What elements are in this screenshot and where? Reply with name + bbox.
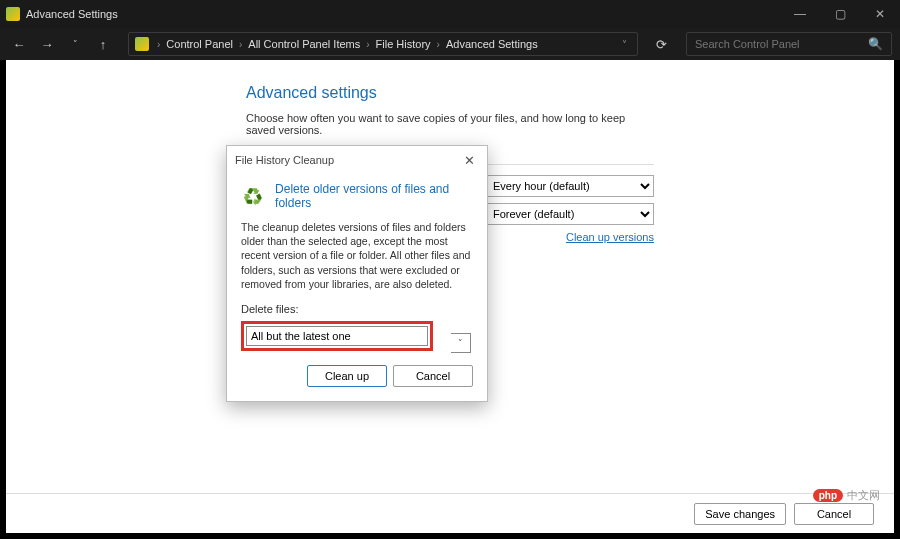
chevron-right-icon[interactable]: ›	[153, 39, 164, 50]
watermark-text: 中文网	[847, 488, 880, 503]
delete-files-dropdown-icon[interactable]: ˅	[451, 333, 471, 353]
forward-button[interactable]: →	[36, 33, 58, 55]
search-icon[interactable]: 🔍	[868, 37, 883, 51]
crumb-all-items[interactable]: All Control Panel Items	[246, 38, 362, 50]
dialog-body-text: The cleanup deletes versions of files an…	[241, 220, 473, 291]
dialog-cancel-button[interactable]: Cancel	[393, 365, 473, 387]
maximize-button[interactable]: ▢	[820, 0, 860, 28]
toolbar: ← → ˅ ↑ › Control Panel › All Control Pa…	[0, 28, 900, 60]
chevron-right-icon[interactable]: ›	[433, 39, 444, 50]
save-copies-select[interactable]: Every hour (default)	[484, 175, 654, 197]
cleanup-versions-link[interactable]: Clean up versions	[494, 231, 654, 243]
crumb-control-panel[interactable]: Control Panel	[164, 38, 235, 50]
page-title: Advanced settings	[246, 84, 654, 102]
delete-files-label: Delete files:	[241, 303, 473, 315]
up-button[interactable]: ↑	[92, 33, 114, 55]
dialog-titlebar[interactable]: File History Cleanup ✕	[227, 146, 487, 174]
recycle-bin-icon: ♻️	[241, 183, 265, 209]
dialog-heading: Delete older versions of files and folde…	[275, 182, 473, 210]
window-title: Advanced Settings	[26, 8, 118, 20]
cancel-button[interactable]: Cancel	[794, 503, 874, 525]
minimize-button[interactable]: ―	[780, 0, 820, 28]
delete-files-highlight	[241, 321, 433, 351]
close-button[interactable]: ✕	[860, 0, 900, 28]
folder-icon	[135, 37, 149, 51]
recent-dropdown-icon[interactable]: ˅	[64, 33, 86, 55]
crumb-advanced-settings[interactable]: Advanced Settings	[444, 38, 540, 50]
breadcrumb-dropdown-icon[interactable]: ˅	[616, 39, 633, 50]
dialog-close-icon[interactable]: ✕	[459, 153, 479, 168]
file-history-cleanup-dialog: File History Cleanup ✕ ♻️ Delete older v…	[226, 145, 488, 402]
cleanup-button[interactable]: Clean up	[307, 365, 387, 387]
keep-versions-select[interactable]: Forever (default)	[484, 203, 654, 225]
back-button[interactable]: ←	[8, 33, 30, 55]
page-footer: Save changes Cancel	[6, 493, 894, 533]
watermark-pill: php	[813, 489, 843, 502]
search-input[interactable]	[695, 38, 868, 50]
chevron-right-icon[interactable]: ›	[235, 39, 246, 50]
delete-files-select[interactable]	[246, 326, 428, 346]
app-icon	[6, 7, 20, 21]
search-box[interactable]: 🔍	[686, 32, 892, 56]
chevron-right-icon[interactable]: ›	[362, 39, 373, 50]
breadcrumb[interactable]: › Control Panel › All Control Panel Item…	[128, 32, 638, 56]
watermark: php 中文网	[813, 488, 880, 503]
page-subtitle: Choose how often you want to save copies…	[246, 112, 654, 136]
save-changes-button[interactable]: Save changes	[694, 503, 786, 525]
window-titlebar: Advanced Settings ― ▢ ✕	[0, 0, 900, 28]
dialog-title: File History Cleanup	[235, 154, 334, 166]
window-controls: ― ▢ ✕	[780, 0, 900, 28]
refresh-button[interactable]: ⟳	[650, 37, 672, 52]
crumb-file-history[interactable]: File History	[374, 38, 433, 50]
